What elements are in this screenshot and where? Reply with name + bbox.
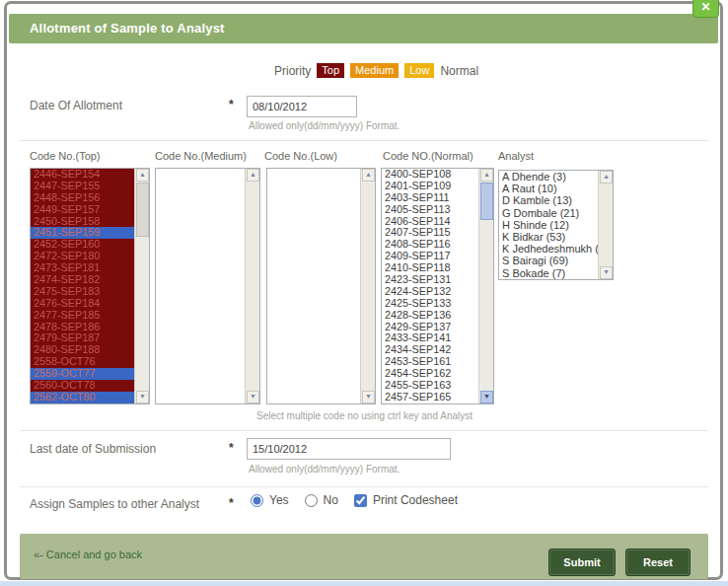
list-option[interactable]: 2447-SEP155 xyxy=(31,181,134,192)
scrollbar[interactable]: ▲ ▼ xyxy=(598,171,613,279)
last-date-label: Last date of Submission xyxy=(30,442,156,456)
scroll-up-icon[interactable]: ▲ xyxy=(247,169,259,182)
list-option[interactable]: 2407-SEP115 xyxy=(382,227,478,239)
scroll-down-icon[interactable]: ▼ xyxy=(247,391,259,403)
list-option[interactable]: 2476-SEP184 xyxy=(31,298,134,310)
priority-label: Priority xyxy=(274,64,311,78)
required-asterisk: * xyxy=(229,441,234,455)
list-option[interactable]: 2452-SEP160 xyxy=(31,239,134,251)
list-option[interactable]: 2408-SEP116 xyxy=(382,239,478,251)
code-top-listbox[interactable]: 2446-SEP1542447-SEP1552448-SEP1562449-SE… xyxy=(30,168,150,404)
list-option[interactable]: 2473-SEP181 xyxy=(31,262,134,274)
list-option[interactable]: G Dombale (21) xyxy=(499,207,598,219)
scrollbar[interactable]: ▲ ▼ xyxy=(134,169,149,403)
list-option[interactable]: 2560-OCT78 xyxy=(31,380,134,392)
scroll-up-icon[interactable]: ▲ xyxy=(480,169,493,182)
list-option[interactable]: 2457-SEP165 xyxy=(382,392,478,403)
list-option[interactable]: 2475-SEP183 xyxy=(31,286,134,298)
list-option[interactable]: 2403-SEP111 xyxy=(382,192,478,204)
close-icon[interactable]: ✕ xyxy=(692,0,719,18)
multi-select-note: Select multiple code no using ctrl key a… xyxy=(256,410,473,421)
code-normal-header: Code NO.(Normal) xyxy=(383,150,473,162)
code-medium-listbox[interactable]: ▲ ▼ xyxy=(155,168,260,404)
list-option[interactable]: 2453-SEP161 xyxy=(382,356,478,368)
list-option[interactable]: 2474-SEP182 xyxy=(31,274,134,286)
code-medium-header: Code No.(Medium) xyxy=(155,150,247,162)
list-option[interactable]: 2478-SEP186 xyxy=(31,322,134,333)
list-options xyxy=(267,169,360,403)
scrollbar[interactable]: ▲ ▼ xyxy=(478,169,493,403)
list-options xyxy=(156,169,245,403)
priority-medium-badge: Medium xyxy=(350,63,399,78)
scroll-up-icon[interactable]: ▲ xyxy=(600,171,613,183)
list-option[interactable]: A Dhende (3) xyxy=(499,171,598,183)
scroll-down-icon[interactable]: ▼ xyxy=(362,391,375,403)
list-option[interactable]: 2401-SEP109 xyxy=(382,181,478,192)
divider xyxy=(20,430,708,431)
scrollbar-thumb[interactable] xyxy=(480,183,493,220)
scroll-up-icon[interactable]: ▲ xyxy=(136,169,149,182)
list-option[interactable]: D Kamble (13) xyxy=(499,194,598,206)
list-option[interactable]: 2409-SEP117 xyxy=(382,251,478,262)
list-options: A Dhende (3)A Raut (10)D Kamble (13)G Do… xyxy=(499,171,598,279)
list-option[interactable]: 2428-SEP136 xyxy=(382,310,478,322)
scrollbar[interactable]: ▲ ▼ xyxy=(360,169,375,403)
last-date-input[interactable] xyxy=(247,438,451,460)
code-normal-listbox[interactable]: 2400-SEP1082401-SEP1092403-SEP1112405-SE… xyxy=(381,168,494,404)
list-option[interactable]: S Bokade (7) xyxy=(499,267,598,279)
list-option[interactable]: H Shinde (12) xyxy=(499,219,598,231)
list-option[interactable]: K Jedhedeshmukh (24 xyxy=(499,243,598,255)
reset-button[interactable]: Reset xyxy=(625,549,691,576)
cancel-go-back-link[interactable]: «- Cancel and go back xyxy=(34,549,142,560)
scrollbar[interactable]: ▲ ▼ xyxy=(245,169,259,403)
list-option[interactable]: 2454-SEP162 xyxy=(382,368,478,380)
list-option[interactable]: 2410-SEP118 xyxy=(382,262,478,274)
list-option[interactable]: 2477-SEP185 xyxy=(31,310,134,322)
assign-yes-radio[interactable] xyxy=(251,494,263,507)
code-low-listbox[interactable]: ▲ ▼ xyxy=(266,168,376,404)
list-option[interactable]: 2400-SEP108 xyxy=(382,169,478,181)
list-option[interactable]: 2562-OCT80 xyxy=(31,392,134,403)
scroll-down-icon[interactable]: ▼ xyxy=(600,266,613,279)
dialog-footer: «- Cancel and go back Submit Reset xyxy=(20,534,708,579)
date-of-allotment-input[interactable] xyxy=(247,96,357,117)
list-option[interactable]: 2559-OCT77 xyxy=(31,368,134,380)
submit-button[interactable]: Submit xyxy=(548,549,616,576)
list-option[interactable]: 2423-SEP131 xyxy=(382,274,478,286)
scroll-down-icon[interactable]: ▼ xyxy=(136,391,149,403)
list-option[interactable]: 2405-SEP113 xyxy=(382,204,478,216)
list-option[interactable]: 2479-SEP187 xyxy=(31,332,134,344)
list-option[interactable]: 2450-SEP158 xyxy=(31,216,134,228)
list-option[interactable]: S Bairagi (69) xyxy=(499,255,598,266)
scroll-down-icon[interactable]: ▼ xyxy=(480,391,493,403)
list-option[interactable]: A Raut (10) xyxy=(499,183,598,194)
divider xyxy=(20,140,708,141)
scroll-up-icon[interactable]: ▲ xyxy=(362,169,375,182)
list-option[interactable]: 2446-SEP154 xyxy=(31,169,134,181)
print-codesheet-checkbox[interactable] xyxy=(354,494,367,507)
list-option[interactable]: 2434-SEP142 xyxy=(382,344,478,356)
list-options: 2446-SEP1542447-SEP1552448-SEP1562449-SE… xyxy=(31,169,134,403)
assign-controls: Yes No Print Codesheet xyxy=(251,493,458,507)
analyst-listbox[interactable]: A Dhende (3)A Raut (10)D Kamble (13)G Do… xyxy=(498,170,614,280)
list-option[interactable]: 2448-SEP156 xyxy=(31,192,134,204)
list-option[interactable]: 2449-SEP157 xyxy=(31,204,134,216)
assign-no-radio[interactable] xyxy=(305,494,318,507)
list-option[interactable]: 2433-SEP141 xyxy=(382,332,478,344)
list-option[interactable]: 2480-SEP188 xyxy=(31,344,134,356)
dialog-title: Allotment of Sample to Analyst xyxy=(30,14,225,43)
list-option[interactable]: 2406-SEP114 xyxy=(382,216,478,228)
code-low-header: Code No.(Low) xyxy=(264,150,337,162)
list-option[interactable]: 2558-OCT76 xyxy=(31,356,134,368)
date-format-hint: Allowed only(dd/mm/yyyy) Format. xyxy=(249,464,400,475)
list-option[interactable]: 2425-SEP133 xyxy=(382,298,478,310)
analyst-header: Analyst xyxy=(498,150,534,162)
assign-samples-label: Assign Samples to other Analyst xyxy=(30,497,199,511)
list-option[interactable]: 2451-SEP159 xyxy=(31,227,134,239)
list-option[interactable]: K Bidkar (53) xyxy=(499,231,598,243)
list-option[interactable]: 2455-SEP163 xyxy=(382,380,478,392)
list-option[interactable]: 2472-SEP180 xyxy=(31,251,134,262)
scrollbar-thumb[interactable] xyxy=(136,183,149,237)
list-option[interactable]: 2429-SEP137 xyxy=(382,322,478,333)
list-option[interactable]: 2424-SEP132 xyxy=(382,286,478,298)
